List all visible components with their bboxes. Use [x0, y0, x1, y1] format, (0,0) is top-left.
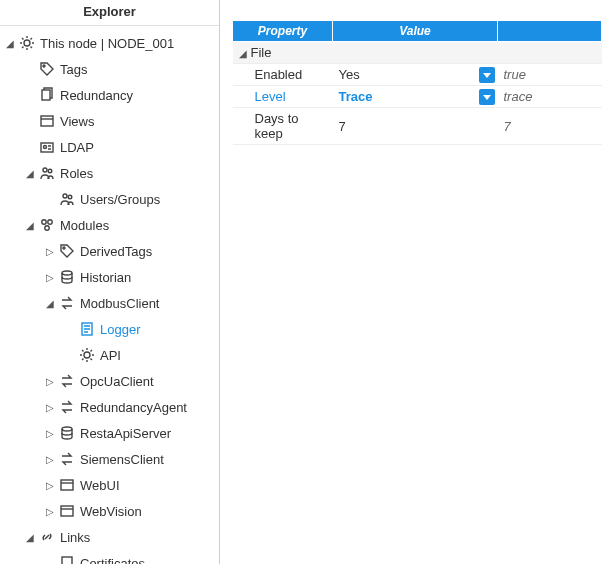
tree-node-tags[interactable]: ◢Tags: [2, 56, 219, 82]
tree-node-users-groups[interactable]: ◢Users/Groups: [2, 186, 219, 212]
expand-icon[interactable]: ▷: [44, 272, 56, 283]
property-name: Enabled: [233, 64, 333, 86]
property-value: Yes: [339, 67, 360, 82]
col-real[interactable]: [498, 21, 602, 42]
tree-node-label: Modules: [60, 218, 109, 233]
expand-icon[interactable]: ▷: [44, 376, 56, 387]
tree-node-label: RedundancyAgent: [80, 400, 187, 415]
swap-icon: [58, 372, 76, 390]
property-row: EnabledYestrue: [233, 64, 602, 86]
tag-icon: [58, 242, 76, 260]
tree-node-webui[interactable]: ▷WebUI: [2, 472, 219, 498]
tree-node-label: RestaApiServer: [80, 426, 171, 441]
tree-node-api[interactable]: ◢API: [2, 342, 219, 368]
collapse-icon[interactable]: ◢: [44, 298, 56, 309]
expand-icon[interactable]: ▷: [44, 402, 56, 413]
modules-icon: [38, 216, 56, 234]
tree-node-derivedtags[interactable]: ▷DerivedTags: [2, 238, 219, 264]
property-real-value: trace: [498, 86, 602, 108]
explorer-title: Explorer: [0, 0, 219, 26]
swap-icon: [58, 294, 76, 312]
expand-icon[interactable]: ▷: [44, 454, 56, 465]
tree-node-ldap[interactable]: ◢LDAP: [2, 134, 219, 160]
window-icon: [58, 476, 76, 494]
tree-node-siemensclient[interactable]: ▷SiemensClient: [2, 446, 219, 472]
window-icon: [58, 502, 76, 520]
collapse-icon[interactable]: ◢: [24, 220, 36, 231]
dropdown-icon[interactable]: [479, 89, 495, 105]
tree-node-certificates[interactable]: ◢Certificates: [2, 550, 219, 564]
tree-node-this-node-node-001[interactable]: ◢This node | NODE_001: [2, 30, 219, 56]
property-value-cell[interactable]: 7: [333, 108, 498, 145]
tree-node-label: Logger: [100, 322, 140, 337]
group-label: File: [251, 45, 272, 60]
tree-node-redundancy[interactable]: ◢Redundancy: [2, 82, 219, 108]
tree-node-links[interactable]: ◢Links: [2, 524, 219, 550]
tree-node-label: Users/Groups: [80, 192, 160, 207]
window-icon: [38, 112, 56, 130]
link-icon: [38, 528, 56, 546]
property-row: LevelTracetrace: [233, 86, 602, 108]
collapse-icon[interactable]: ◢: [24, 168, 36, 179]
tree-node-label: WebVision: [80, 504, 142, 519]
property-value: Trace: [339, 89, 373, 104]
tree-node-label: OpcUaClient: [80, 374, 154, 389]
property-real-value: 7: [498, 108, 602, 145]
property-real-value: true: [498, 64, 602, 86]
tree-node-label: LDAP: [60, 140, 94, 155]
property-row: Days to keep77: [233, 108, 602, 145]
db-icon: [58, 268, 76, 286]
copy-icon: [38, 86, 56, 104]
explorer-panel: Explorer ◢This node | NODE_001◢Tags◢Redu…: [0, 0, 220, 564]
tree-node-label: API: [100, 348, 121, 363]
tree-node-label: Views: [60, 114, 94, 129]
tree-node-roles[interactable]: ◢Roles: [2, 160, 219, 186]
collapse-icon[interactable]: ◢: [239, 48, 247, 59]
db-icon: [58, 424, 76, 442]
property-name: Level: [233, 86, 333, 108]
tree-node-label: WebUI: [80, 478, 120, 493]
property-value-cell[interactable]: Trace: [333, 86, 498, 108]
expand-icon[interactable]: ▷: [44, 428, 56, 439]
cert-icon: [58, 554, 76, 564]
collapse-icon[interactable]: ◢: [24, 532, 36, 543]
expand-icon[interactable]: ▷: [44, 506, 56, 517]
properties-panel: Property Value ◢FileEnabledYestrueLevelT…: [220, 0, 606, 564]
tree-node-label: Links: [60, 530, 90, 545]
users-icon: [58, 190, 76, 208]
swap-icon: [58, 398, 76, 416]
tree-node-label: Redundancy: [60, 88, 133, 103]
property-group-row[interactable]: ◢File: [233, 42, 602, 64]
tree-node-label: DerivedTags: [80, 244, 152, 259]
tree-node-modbusclient[interactable]: ◢ModbusClient: [2, 290, 219, 316]
properties-table: Property Value ◢FileEnabledYestrueLevelT…: [232, 20, 602, 145]
col-property[interactable]: Property: [233, 21, 333, 42]
tree-node-label: Roles: [60, 166, 93, 181]
tree-node-label: SiemensClient: [80, 452, 164, 467]
swap-icon: [58, 450, 76, 468]
tree-node-opcuaclient[interactable]: ▷OpcUaClient: [2, 368, 219, 394]
expand-icon[interactable]: ▷: [44, 480, 56, 491]
dropdown-icon[interactable]: [479, 67, 495, 83]
tree-node-label: ModbusClient: [80, 296, 160, 311]
col-value[interactable]: Value: [333, 21, 498, 42]
collapse-icon[interactable]: ◢: [4, 38, 16, 49]
explorer-tree: ◢This node | NODE_001◢Tags◢Redundancy◢Vi…: [0, 26, 219, 564]
expand-icon[interactable]: ▷: [44, 246, 56, 257]
tree-node-webvision[interactable]: ▷WebVision: [2, 498, 219, 524]
tag-icon: [38, 60, 56, 78]
tree-node-redundancyagent[interactable]: ▷RedundancyAgent: [2, 394, 219, 420]
tree-node-historian[interactable]: ▷Historian: [2, 264, 219, 290]
tree-node-label: Tags: [60, 62, 87, 77]
tree-node-modules[interactable]: ◢Modules: [2, 212, 219, 238]
users-icon: [38, 164, 56, 182]
tree-node-label: Historian: [80, 270, 131, 285]
property-value: 7: [339, 119, 346, 134]
tree-node-restaapiserver[interactable]: ▷RestaApiServer: [2, 420, 219, 446]
id-icon: [38, 138, 56, 156]
property-name: Days to keep: [233, 108, 333, 145]
property-value-cell[interactable]: Yes: [333, 64, 498, 86]
log-icon: [78, 320, 96, 338]
tree-node-views[interactable]: ◢Views: [2, 108, 219, 134]
tree-node-logger[interactable]: ◢Logger: [2, 316, 219, 342]
